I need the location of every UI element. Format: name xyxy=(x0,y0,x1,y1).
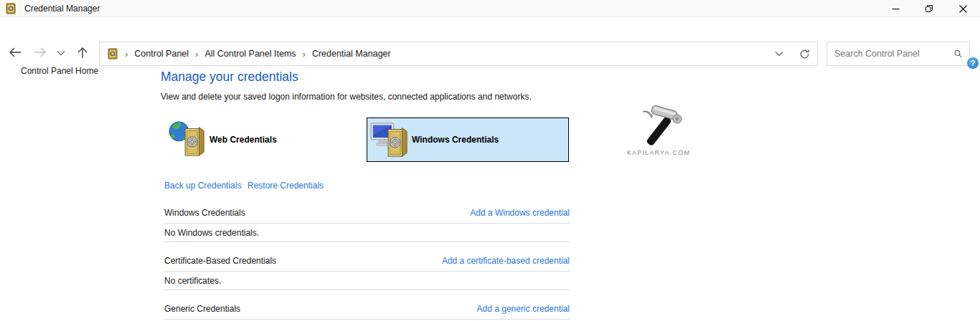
web-credentials-button[interactable]: Web Credentials xyxy=(164,118,367,162)
add-certificate-based-credential-link[interactable]: Add a certificate-based credential xyxy=(442,256,570,266)
breadcrumb-separator: › xyxy=(296,49,312,59)
divider xyxy=(164,319,570,320)
empty-state-text: No certificates. xyxy=(164,276,570,286)
chevron-down-icon xyxy=(775,51,783,57)
question-icon: ? xyxy=(971,59,976,67)
divider xyxy=(164,271,570,272)
back-arrow-icon xyxy=(9,47,22,58)
help-button[interactable]: ? xyxy=(967,57,979,69)
restore-credentials-link[interactable]: Restore Credentials xyxy=(248,181,324,191)
close-button[interactable] xyxy=(946,0,979,17)
page-title: Manage your credentials xyxy=(161,70,298,85)
minimize-button[interactable] xyxy=(879,0,912,17)
window-title: Credential Manager xyxy=(24,4,100,14)
window-titlebar: Credential Manager xyxy=(0,0,980,17)
add-generic-credential-link[interactable]: Add a generic credential xyxy=(477,304,570,314)
windows-credentials-label: Windows Credentials xyxy=(412,135,499,145)
address-bar[interactable]: › Control Panel › All Control Panel Item… xyxy=(99,42,818,66)
back-button[interactable] xyxy=(9,47,22,58)
backup-credentials-link[interactable]: Back up Credentials xyxy=(164,181,241,191)
close-icon xyxy=(959,5,967,13)
minimize-icon xyxy=(892,5,900,13)
add-windows-credential-link[interactable]: Add a Windows credential xyxy=(470,208,570,218)
section-windows-credentials: Windows Credentials Add a Windows creden… xyxy=(164,208,570,242)
forward-button[interactable] xyxy=(34,47,47,58)
breadcrumb-separator: › xyxy=(118,49,134,59)
refresh-icon xyxy=(799,49,810,59)
hammer-icon xyxy=(631,105,686,148)
globe-safe-icon xyxy=(168,120,207,160)
breadcrumb-item-control-panel[interactable]: Control Panel xyxy=(134,49,189,59)
web-credentials-label: Web Credentials xyxy=(209,135,277,145)
up-button[interactable] xyxy=(77,47,88,59)
refresh-button[interactable] xyxy=(799,49,810,59)
breadcrumb-item-all-control-panel-items[interactable]: All Control Panel Items xyxy=(204,49,296,59)
breadcrumb-safe-icon xyxy=(107,48,118,59)
divider xyxy=(164,223,570,224)
restore-button[interactable] xyxy=(913,0,946,17)
credential-manager-app-icon xyxy=(5,3,17,14)
divider xyxy=(164,289,570,290)
breadcrumb-item-credential-manager[interactable]: Credential Manager xyxy=(312,49,391,59)
restore-icon xyxy=(925,4,933,13)
page-description: View and delete your saved logon informa… xyxy=(161,92,532,102)
section-label: Windows Credentials xyxy=(164,208,245,218)
section-generic-credentials: Generic Credentials Add a generic creden… xyxy=(164,304,570,320)
up-arrow-icon xyxy=(77,47,88,59)
recent-pages-dropdown-button[interactable] xyxy=(57,50,65,56)
chevron-down-icon xyxy=(57,50,65,56)
watermark-text: KAPILARYA.COM xyxy=(608,149,709,156)
search-icon[interactable] xyxy=(954,49,962,59)
address-dropdown-button[interactable] xyxy=(775,51,783,57)
section-certificate-based-credentials: Certificate-Based Credentials Add a cert… xyxy=(164,256,570,290)
empty-state-text: No Windows credentials. xyxy=(164,228,570,238)
search-box xyxy=(826,42,970,66)
section-label: Certificate-Based Credentials xyxy=(164,256,276,266)
monitor-safe-icon xyxy=(370,120,409,160)
divider xyxy=(164,241,570,242)
sidebar-item-control-panel-home[interactable]: Control Panel Home xyxy=(21,66,98,76)
watermark-logo: KAPILARYA.COM xyxy=(608,105,709,156)
forward-arrow-icon xyxy=(34,47,47,58)
breadcrumb-separator: › xyxy=(189,49,204,59)
windows-credentials-button[interactable]: Windows Credentials xyxy=(367,118,569,162)
search-input[interactable] xyxy=(827,43,954,64)
section-label: Generic Credentials xyxy=(164,304,240,314)
navigation-bar: › Control Panel › All Control Panel Item… xyxy=(0,18,980,53)
